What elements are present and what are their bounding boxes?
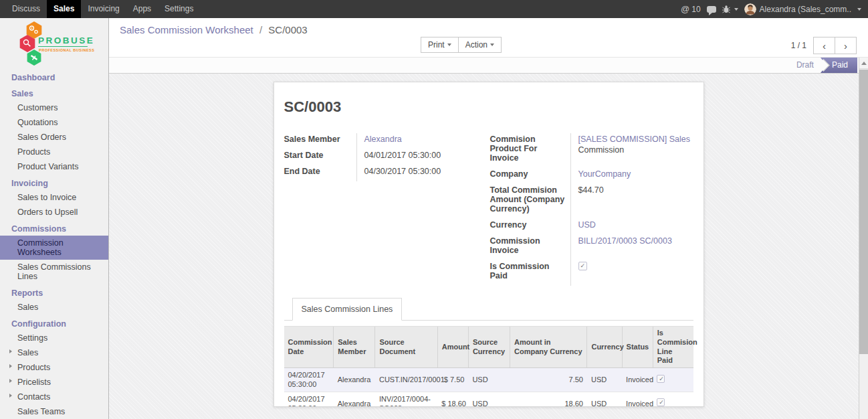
- field-label: Commision Product For Invoice: [490, 133, 570, 168]
- table-header-row: Commission Date Sales Member Source Docu…: [284, 327, 693, 368]
- user-name: Alexandra (Sales_comm..: [760, 5, 851, 14]
- activity-count-badge: 10: [691, 5, 700, 14]
- statusbar: Draft Paid: [109, 58, 868, 74]
- col-amount-company-currency: Amount in Company Currency: [510, 327, 587, 368]
- sidebar-menu: Dashboard Sales Customers Quotations Sal…: [0, 68, 108, 419]
- sidebar-item-quotations[interactable]: Quotations: [0, 115, 108, 130]
- tab-sales-commission-lines[interactable]: Sales Commission Lines: [292, 298, 403, 321]
- sidebar-item-sales-commissions-lines[interactable]: Sales Commissions Lines: [0, 260, 108, 284]
- currency-link[interactable]: USD: [578, 220, 596, 230]
- field-label: Total Commision Amount (Company Currency…: [490, 184, 570, 219]
- sidebar-item-label: Sales: [17, 348, 38, 357]
- scrollbar-thumb[interactable]: [859, 70, 868, 354]
- sidebar-item-reports-sales[interactable]: Sales: [0, 300, 108, 315]
- top-navbar: Discuss Sales Invoicing Apps Settings 10: [0, 0, 868, 18]
- commission-line-row[interactable]: 04/20/2017 05:30:00 Alexandra INV/2017/0…: [284, 392, 693, 407]
- sidebar-header-sales[interactable]: Sales: [0, 84, 108, 100]
- app-menu: Discuss Sales Invoicing Apps Settings: [0, 0, 200, 18]
- sidebar-item-sales-orders[interactable]: Sales Orders: [0, 130, 108, 145]
- is-commission-paid-checkbox[interactable]: [578, 262, 587, 270]
- field-label: Commission Invoice: [490, 235, 570, 260]
- pager-next-button[interactable]: [835, 37, 857, 54]
- sidebar-header-commissions[interactable]: Commissions: [0, 220, 108, 236]
- field-label: Start Date: [284, 149, 356, 165]
- menu-invoicing[interactable]: Invoicing: [81, 0, 126, 18]
- pager-value: 1 / 1: [791, 41, 806, 50]
- print-button[interactable]: Print: [421, 37, 459, 53]
- form-sheet: SC/0003 Sales Member Alexandra Start Dat…: [274, 82, 704, 407]
- menu-settings[interactable]: Settings: [158, 0, 200, 18]
- scroll-up-button[interactable]: [859, 58, 868, 69]
- col-source-currency: Source Currency: [468, 327, 510, 368]
- field-group-left: Sales Member Alexandra Start Date 04/01/…: [284, 133, 474, 286]
- record-title: SC/0003: [284, 98, 693, 116]
- end-date-value: 04/30/2017 05:30:00: [356, 165, 474, 181]
- expand-caret-icon: [9, 394, 12, 398]
- menu-sales[interactable]: Sales: [47, 0, 81, 18]
- arrow-up-icon: [861, 62, 867, 65]
- sidebar-item-sales-to-invoice[interactable]: Sales to Invoice: [0, 190, 108, 205]
- breadcrumb-current: SC/0003: [268, 24, 307, 35]
- expand-caret-icon: [9, 379, 12, 383]
- probuse-logo: PROBUSE PROFESSIONAL BUSINESS: [0, 20, 108, 68]
- sidebar-item-config-sales[interactable]: Sales: [0, 345, 108, 360]
- col-currency: Currency: [587, 327, 622, 368]
- sidebar-header-dashboard[interactable]: Dashboard: [0, 68, 108, 84]
- activity-at-icon: [681, 4, 689, 14]
- line-paid-checkbox[interactable]: [657, 375, 665, 383]
- sidebar-header-invoicing[interactable]: Invoicing: [0, 174, 108, 190]
- sidebar-header-configuration[interactable]: Configuration: [0, 315, 108, 331]
- sidebar-item-pricelists[interactable]: Pricelists: [0, 375, 108, 390]
- company-link[interactable]: YourCompany: [578, 169, 631, 179]
- commission-product-link[interactable]: [SALES COMMISSION] Sales: [578, 135, 690, 144]
- chevron-down-icon: [447, 44, 451, 46]
- debug-menu[interactable]: [722, 5, 738, 13]
- field-group-right: Commision Product For Invoice [SALES COM…: [490, 133, 692, 286]
- sidebar-item-label: Pricelists: [17, 378, 51, 387]
- pager: 1 / 1: [791, 37, 857, 54]
- form-view: SC/0003 Sales Member Alexandra Start Dat…: [109, 74, 868, 419]
- sidebar: PROBUSE PROFESSIONAL BUSINESS Dashboard …: [0, 18, 109, 419]
- logo-subtitle: PROFESSIONAL BUSINESS: [39, 48, 94, 52]
- chevron-down-icon: [734, 8, 738, 11]
- logo-title: PROBUSE: [38, 35, 94, 46]
- sidebar-header-reports[interactable]: Reports: [0, 284, 108, 300]
- sidebar-item-customers[interactable]: Customers: [0, 100, 108, 115]
- sidebar-item-sales-teams[interactable]: Sales Teams: [0, 404, 108, 419]
- breadcrumb-parent-link[interactable]: Sales Commission Worksheet: [120, 24, 253, 35]
- sidebar-item-contacts[interactable]: Contacts: [0, 390, 108, 404]
- breadcrumb: Sales Commission Worksheet / SC/0003: [120, 24, 308, 35]
- sidebar-item-config-products[interactable]: Products: [0, 360, 108, 375]
- systray: 10: [681, 0, 868, 18]
- col-amount: Amount: [437, 327, 468, 368]
- bug-icon: [722, 5, 730, 13]
- pager-previous-button[interactable]: [813, 37, 835, 54]
- field-label: Sales Member: [284, 133, 356, 149]
- messages-icon[interactable]: [707, 6, 716, 13]
- line-paid-checkbox[interactable]: [657, 398, 665, 406]
- col-source-document: Source Document: [375, 327, 437, 368]
- sidebar-item-product-variants[interactable]: Product Variants: [0, 159, 108, 174]
- notebook-tabs: Sales Commission Lines: [284, 298, 693, 321]
- field-label: Company: [490, 168, 570, 184]
- commission-line-row[interactable]: 04/20/2017 05:30:00 Alexandra CUST.IN/20…: [284, 368, 693, 392]
- sidebar-item-settings[interactable]: Settings: [0, 331, 108, 345]
- logo-underline: [38, 46, 88, 47]
- user-menu[interactable]: Alexandra (Sales_comm..: [744, 3, 861, 15]
- field-label: Currency: [490, 219, 570, 235]
- chevron-down-icon: [857, 8, 861, 11]
- start-date-value: 04/01/2017 05:30:00: [356, 149, 474, 165]
- commission-invoice-link[interactable]: BILL/2017/0003 SC/0003: [578, 236, 672, 246]
- activity-menu[interactable]: 10: [681, 4, 701, 14]
- vertical-scrollbar[interactable]: [859, 58, 868, 419]
- action-button[interactable]: Action: [458, 37, 502, 53]
- sales-member-link[interactable]: Alexandra: [364, 135, 402, 144]
- sidebar-item-commission-worksheets[interactable]: Commission Worksheets: [0, 236, 108, 260]
- chevron-down-icon: [490, 44, 494, 46]
- menu-discuss[interactable]: Discuss: [5, 0, 47, 18]
- col-sales-member: Sales Member: [334, 327, 375, 368]
- menu-apps[interactable]: Apps: [126, 0, 158, 18]
- sidebar-item-products[interactable]: Products: [0, 145, 108, 159]
- avatar: [744, 3, 756, 15]
- sidebar-item-orders-to-upsell[interactable]: Orders to Upsell: [0, 205, 108, 220]
